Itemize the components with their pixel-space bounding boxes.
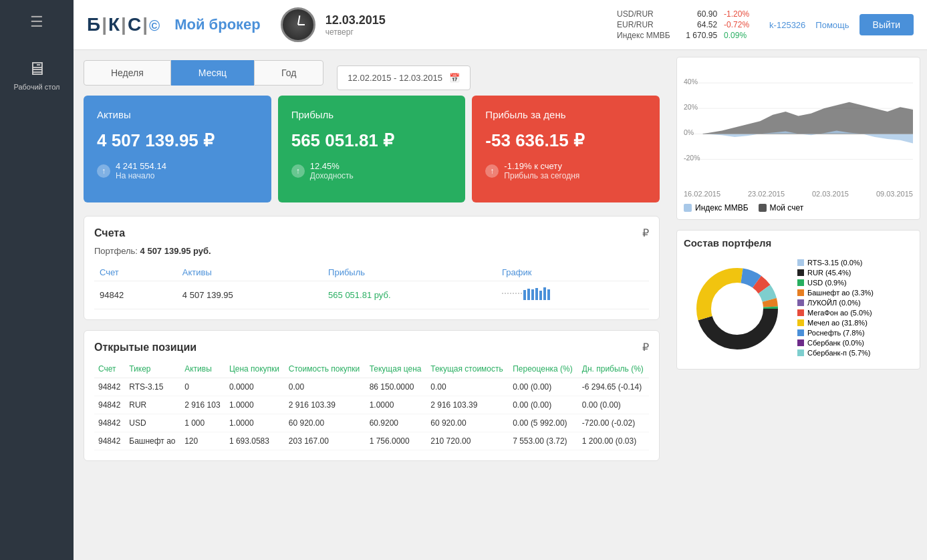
metric-profit-sub-desc: Доходность bbox=[310, 171, 354, 180]
tab-week[interactable]: Неделя bbox=[84, 60, 171, 86]
svg-text:0%: 0% bbox=[684, 129, 694, 136]
legend-item: Роснефть (7.8%) bbox=[797, 329, 874, 337]
rate-mmvb-label: Индекс ММВБ bbox=[617, 31, 677, 40]
rate-mmvb-change: 0.09% bbox=[724, 31, 747, 40]
legend-dot bbox=[797, 319, 804, 326]
rate-usd-value: 60.90 bbox=[684, 9, 717, 19]
pos-assets: 2 916 103 bbox=[180, 396, 225, 414]
table-row: 94842 USD 1 000 1.0000 60 920.00 60.9200… bbox=[94, 414, 649, 432]
legend-account-label: Мой счет bbox=[770, 203, 804, 213]
arrow-up-icon2: ↑ bbox=[291, 164, 305, 178]
account-chart bbox=[497, 281, 649, 309]
svg-rect-4 bbox=[535, 288, 538, 300]
svg-rect-1 bbox=[523, 290, 526, 300]
svg-rect-7 bbox=[547, 289, 550, 300]
pos-col-buy-price: Цена покупки bbox=[225, 360, 285, 378]
date-range-picker[interactable]: 12.02.2015 - 12.03.2015 📅 bbox=[337, 65, 471, 90]
positions-table: Счет Тикер Активы Цена покупки Стоимость… bbox=[94, 360, 649, 450]
svg-rect-3 bbox=[531, 289, 534, 300]
accounts-table-header: Счет Активы Прибыль График bbox=[94, 264, 649, 281]
pos-buy-price: 1 693.0583 bbox=[225, 432, 285, 450]
pos-ticker: RTS-3.15 bbox=[125, 378, 180, 396]
tab-month[interactable]: Месяц bbox=[171, 60, 254, 86]
pos-cur-price: 1.0000 bbox=[366, 396, 427, 414]
pos-revalue: 0.00 (0.00) bbox=[509, 378, 578, 396]
rate-mmvb: Индекс ММВБ 1 670.95 0.09% bbox=[617, 31, 749, 40]
header-rates: USD/RUR 60.90 -1.20% EUR/RUR 64.52 -0.72… bbox=[617, 9, 749, 40]
pos-buy-price: 1.0000 bbox=[225, 396, 285, 414]
legend-dot bbox=[797, 279, 804, 286]
legend-item: ЛУКОЙЛ (0.0%) bbox=[797, 299, 874, 307]
metric-profit-label: Прибыль bbox=[291, 109, 452, 120]
period-tabs: Неделя Месяц Год bbox=[84, 60, 323, 86]
metric-cards: Активы 4 507 139.95 ₽ ↑ 4 241 554.14 На … bbox=[84, 96, 660, 202]
pos-buy-price: 0.0000 bbox=[225, 378, 285, 396]
col-profit: Прибыль bbox=[323, 264, 497, 281]
metric-day-profit-label: Прибыль за день bbox=[485, 109, 646, 120]
pos-buy-cost: 2 916 103.39 bbox=[285, 396, 366, 414]
metric-assets-sub: ↑ 4 241 554.14 На начало bbox=[97, 161, 258, 180]
pos-cur-price: 86 150.0000 bbox=[366, 378, 427, 396]
pos-cur-cost: 210 720.00 bbox=[426, 432, 509, 450]
portfolio-line: Портфель: 4 507 139.95 руб. bbox=[94, 246, 649, 256]
accounts-table: Счет Активы Прибыль График 94842 4 507 1… bbox=[94, 264, 649, 309]
legend-dot bbox=[797, 339, 804, 346]
help-link[interactable]: Помощь bbox=[815, 20, 849, 30]
svg-text:20%: 20% bbox=[684, 104, 698, 111]
left-panel: Неделя Месяц Год 12.02.2015 - 12.03.2015… bbox=[74, 50, 670, 560]
datetime: 12.03.2015 четверг bbox=[325, 13, 386, 37]
pos-col-revalue: Переоценка (%) bbox=[509, 360, 578, 378]
user-link[interactable]: k-125326 bbox=[769, 20, 805, 30]
legend-label: USD (0.9%) bbox=[807, 279, 847, 287]
pos-day-profit: -6 294.65 (-0.14) bbox=[578, 378, 649, 396]
legend-mmvb-dot bbox=[684, 204, 692, 212]
metric-day-profit-sub: ↑ -1.19% к счету Прибыль за сегодня bbox=[485, 161, 646, 180]
broker-title: Мой брокер bbox=[174, 16, 261, 33]
metric-day-profit-sub-desc: Прибыль за сегодня bbox=[504, 171, 579, 180]
accounts-header: Счета ₽ bbox=[94, 227, 649, 239]
tab-year[interactable]: Год bbox=[254, 60, 323, 86]
clock-icon bbox=[281, 7, 315, 42]
pos-buy-cost: 0.00 bbox=[285, 378, 366, 396]
account-id: 94842 bbox=[94, 281, 177, 309]
pos-buy-cost: 60 920.00 bbox=[285, 414, 366, 432]
pos-account: 94842 bbox=[94, 396, 125, 414]
metric-assets-sub-desc: На начало bbox=[116, 171, 166, 180]
legend-dot bbox=[797, 309, 804, 316]
col-account: Счет bbox=[94, 264, 177, 281]
pos-col-account: Счет bbox=[94, 360, 125, 378]
current-day: четверг bbox=[325, 27, 386, 37]
metric-day-profit-value: -53 636.15 ₽ bbox=[485, 130, 646, 151]
rate-usd: USD/RUR 60.90 -1.20% bbox=[617, 9, 749, 19]
metric-assets-value: 4 507 139.95 ₽ bbox=[97, 130, 258, 151]
svg-point-28 bbox=[712, 283, 763, 334]
legend-account-dot bbox=[759, 204, 767, 212]
legend-label: Башнефт ао (3.3%) bbox=[807, 289, 874, 297]
rate-eur-label: EUR/RUR bbox=[617, 20, 677, 29]
portfolio-section: Состав портфеля bbox=[676, 230, 920, 370]
chart-label-1: 16.02.2015 bbox=[684, 190, 720, 198]
chart-wrapper: 40% 20% 0% -20% bbox=[684, 64, 913, 186]
positions-table-header: Счет Тикер Активы Цена покупки Стоимость… bbox=[94, 360, 649, 378]
menu-icon[interactable]: ☰ bbox=[23, 7, 50, 37]
arrow-up-icon3: ↑ bbox=[485, 164, 499, 178]
pos-cur-cost: 2 916 103.39 bbox=[426, 396, 509, 414]
sidebar-item-desktop[interactable]: 🖥 Рабочий стол bbox=[13, 57, 59, 91]
legend-dot bbox=[797, 269, 804, 276]
pos-day-profit: -720.00 (-0.02) bbox=[578, 414, 649, 432]
legend-item: МегаФон ао (5.0%) bbox=[797, 309, 874, 317]
pos-cur-cost: 0.00 bbox=[426, 378, 509, 396]
pos-day-profit: 0.00 (0.00) bbox=[578, 396, 649, 414]
positions-header: Открытые позиции ₽ bbox=[94, 341, 649, 354]
chart-label-3: 02.03.2015 bbox=[812, 190, 849, 198]
pos-cur-cost: 60 920.00 bbox=[426, 414, 509, 432]
desktop-icon: 🖥 bbox=[27, 57, 46, 80]
pos-ticker: RUR bbox=[125, 396, 180, 414]
pos-ticker: USD bbox=[125, 414, 180, 432]
exit-button[interactable]: Выйти bbox=[859, 14, 914, 35]
metric-assets-label: Активы bbox=[97, 109, 258, 120]
right-panel: 40% 20% 0% -20% 16.02.2015 23.02.2015 bbox=[670, 50, 927, 560]
legend-label: Мечел ао (31.8%) bbox=[807, 319, 868, 327]
chart-legend: Индекс ММВБ Мой счет bbox=[684, 203, 913, 213]
account-profit[interactable]: 565 051.81 руб. bbox=[323, 281, 497, 309]
